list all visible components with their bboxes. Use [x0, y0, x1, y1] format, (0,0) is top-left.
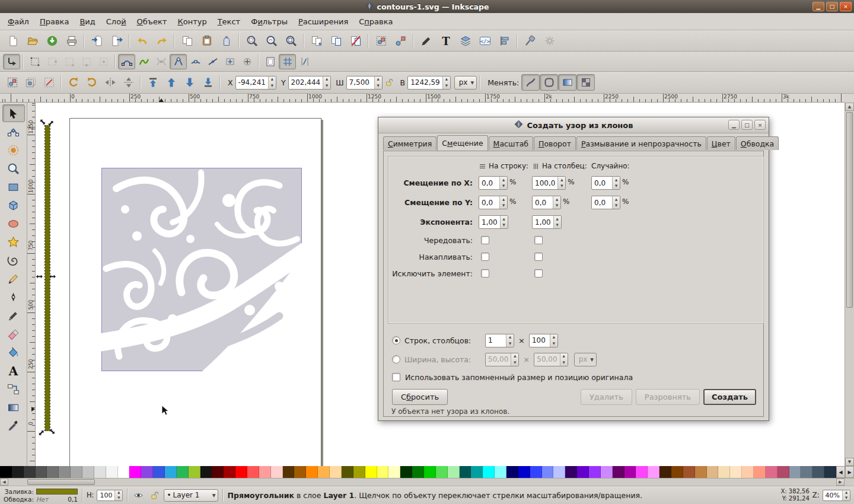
rectangle-tool[interactable] — [2, 178, 25, 196]
snap-enable-button[interactable] — [3, 54, 20, 69]
exclude-per-row-checkbox[interactable] — [481, 269, 489, 277]
palette-swatch[interactable] — [165, 466, 177, 478]
zoom-field[interactable]: 40%▲▼ — [823, 490, 850, 501]
dropper-tool[interactable] — [2, 417, 25, 435]
palette-swatch[interactable] — [624, 466, 636, 478]
palette-swatch[interactable] — [388, 466, 400, 478]
snap-path-button[interactable] — [135, 54, 152, 69]
palette-swatch[interactable] — [542, 466, 554, 478]
palette-swatch[interactable] — [436, 466, 448, 478]
unit-selector[interactable]: px▼ — [454, 76, 477, 90]
connector-tool[interactable] — [2, 380, 25, 398]
menu-Файл[interactable]: Файл — [2, 14, 34, 29]
selector-tool[interactable] — [2, 104, 25, 122]
palette-swatch[interactable] — [789, 466, 801, 478]
layers-dialog-button[interactable] — [455, 32, 475, 50]
dialog-minimize-button[interactable]: ▁ — [728, 120, 740, 130]
text-tool[interactable]: A — [2, 362, 25, 379]
menu-Слой[interactable]: Слой — [101, 14, 132, 29]
layer-selector[interactable]: • Layer 1 ▼ — [164, 489, 218, 502]
tab-Смещение[interactable]: Смещение — [437, 135, 487, 151]
new-document-button[interactable] — [3, 32, 23, 50]
width-height-radio[interactable] — [392, 355, 400, 363]
palette-swatch[interactable] — [754, 466, 766, 478]
star-tool[interactable] — [2, 233, 25, 251]
palette-scroll-right-icon[interactable]: ▶ — [845, 466, 854, 478]
rotate-cw-button[interactable] — [82, 74, 101, 91]
close-button[interactable]: × — [840, 2, 852, 11]
unlink-clone-button[interactable] — [346, 32, 365, 50]
spiral-tool[interactable] — [2, 251, 25, 269]
menu-Расширения[interactable]: Расширения — [293, 14, 353, 29]
calligraphy-tool[interactable] — [2, 307, 25, 324]
palette-swatch[interactable] — [601, 466, 613, 478]
scale-handle-right[interactable] — [49, 273, 58, 282]
palette-swatch[interactable] — [742, 466, 754, 478]
palette-swatch[interactable] — [824, 466, 836, 478]
palette-swatch[interactable] — [553, 466, 565, 478]
use-saved-size-checkbox[interactable] — [392, 373, 400, 381]
menu-Текст[interactable]: Текст — [212, 14, 246, 29]
palette-swatch[interactable] — [36, 466, 47, 478]
palette-swatch[interactable] — [424, 466, 436, 478]
raise-button[interactable] — [162, 74, 180, 91]
gradient-tool[interactable] — [2, 398, 25, 416]
snap-rotation-center-button[interactable] — [238, 54, 256, 69]
palette-swatch[interactable] — [294, 466, 306, 478]
palette-swatch[interactable] — [259, 466, 271, 478]
palette-swatch[interactable] — [306, 466, 318, 478]
menu-Справка[interactable]: Справка — [353, 14, 398, 29]
titlebar[interactable]: contours-1.svg — Inkscape ▁ □ × — [0, 0, 854, 13]
snap-object-center-button[interactable] — [221, 54, 238, 69]
palette-swatch[interactable] — [412, 466, 424, 478]
tab-Обводка[interactable]: Обводка — [736, 136, 779, 150]
palette-scroll-left-icon[interactable]: ◀ — [836, 466, 845, 478]
snap-bbox-button[interactable] — [26, 54, 43, 69]
redo-button[interactable] — [152, 32, 171, 50]
tab-Размывание и непрозрачность[interactable]: Размывание и непрозрачность — [576, 136, 706, 150]
palette-swatch[interactable] — [318, 466, 330, 478]
palette-swatch[interactable] — [118, 466, 130, 478]
exponent-per-row-field[interactable]: 1,00▲▼ — [479, 215, 508, 229]
palette-swatch[interactable] — [506, 466, 518, 478]
lock-ratio-button[interactable] — [383, 74, 396, 91]
palette-swatch[interactable] — [683, 466, 695, 478]
palette-swatch[interactable] — [342, 466, 353, 478]
menu-Вид[interactable]: Вид — [74, 14, 100, 29]
node-editor-tool[interactable] — [2, 123, 25, 141]
tab-Поворот[interactable]: Поворот — [534, 136, 576, 150]
layer-lock-icon[interactable] — [148, 489, 161, 502]
palette-swatch[interactable] — [648, 466, 659, 478]
zoom-tool[interactable] — [2, 160, 25, 177]
horizontal-scrollbar[interactable]: ◀ ▶ — [0, 478, 854, 486]
palette-swatch[interactable] — [71, 466, 82, 478]
palette-swatch[interactable] — [671, 466, 683, 478]
group-objects-button[interactable] — [371, 32, 391, 50]
shift-x-random-field[interactable]: 0,0▲▼ — [591, 176, 620, 190]
menu-Фильтры[interactable]: Фильтры — [246, 14, 293, 29]
palette-swatch[interactable] — [106, 466, 118, 478]
opacity-field[interactable]: 100▲▼ — [97, 490, 123, 501]
shift-x-per-row-field[interactable]: 0,0▲▼ — [479, 176, 508, 190]
create-clone-button[interactable] — [326, 32, 346, 50]
horizontal-scrollbar-thumb[interactable] — [27, 479, 95, 485]
palette-swatch[interactable] — [0, 466, 12, 478]
palette-swatch[interactable] — [471, 466, 483, 478]
palette-swatch[interactable] — [47, 466, 59, 478]
dialog-close-button[interactable]: × — [754, 120, 766, 130]
raise-to-top-button[interactable] — [144, 74, 162, 91]
ungroup-objects-button[interactable] — [391, 32, 410, 50]
palette-swatch[interactable] — [483, 466, 495, 478]
palette-swatch[interactable] — [330, 466, 342, 478]
alternate-per-col-checkbox[interactable] — [534, 236, 543, 244]
shift-y-per-row-field[interactable]: 0,0▲▼ — [479, 196, 508, 209]
snap-guide-button[interactable] — [296, 54, 313, 69]
horizontal-ruler[interactable]: 025050075010001250150017502k225025002750… — [0, 94, 845, 103]
palette-swatch[interactable] — [766, 466, 777, 478]
palette-swatch[interactable] — [613, 466, 624, 478]
affect-stroke-button[interactable] — [521, 74, 540, 91]
palette-swatch[interactable] — [530, 466, 542, 478]
select-all-layers-button[interactable] — [21, 74, 40, 91]
palette-swatch[interactable] — [12, 466, 24, 478]
open-document-button[interactable] — [23, 32, 42, 50]
